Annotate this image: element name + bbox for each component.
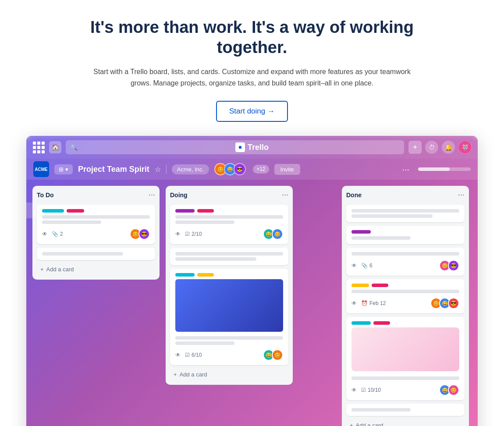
done-card-2[interactable]	[346, 226, 465, 244]
card-footer: 👁 📎 2 😊 😎	[42, 228, 150, 240]
list-doing-header: Doing ···	[170, 190, 288, 199]
add-todo-card[interactable]: + Add a card	[37, 263, 155, 275]
history-icon[interactable]: ⏱	[425, 141, 438, 154]
card-tags	[351, 284, 459, 287]
card-lines	[351, 290, 459, 293]
card-meta: 👁 📎 6	[351, 263, 373, 269]
board-view-button[interactable]: ⊞▾	[54, 164, 73, 174]
card-lines	[175, 336, 283, 345]
done-card-4[interactable]: 👁 ⏰ Feb 12 😊 😄 😎	[346, 279, 465, 313]
card-avatar-2: 😎	[138, 228, 150, 240]
list-todo-header: To Do ···	[37, 190, 155, 199]
card-footer: 👁 ☑ 2/10 😄 😊	[175, 228, 283, 240]
card-lines	[175, 215, 283, 224]
card-avatar-2: 😎	[448, 260, 459, 271]
card-line	[175, 220, 234, 224]
add-done-card[interactable]: + Add a card	[346, 419, 465, 426]
card-tags	[351, 230, 459, 234]
grid-icon[interactable]	[32, 141, 45, 153]
add-doing-card[interactable]: + Add a card	[170, 369, 288, 380]
doing-card-1[interactable]: 👁 ☑ 2/10 😄 😊	[170, 205, 288, 244]
list-todo-more[interactable]: ···	[149, 190, 155, 199]
done-card-6[interactable]	[346, 404, 465, 416]
plus-icon: +	[174, 371, 177, 378]
trello-logo-icon: ■	[235, 142, 245, 152]
card-avatars: 😄 😊	[263, 228, 283, 240]
board-progress-fill	[418, 167, 450, 171]
card-lines	[351, 376, 459, 380]
done-card-5[interactable]: 👁 ☑ 10/10 😄 😊	[346, 317, 465, 400]
plus-icon: +	[350, 422, 353, 426]
card-tags	[42, 209, 150, 213]
cta-button[interactable]: Start doing →	[216, 101, 288, 122]
card-lines	[175, 252, 283, 261]
attachment-icon: 📎 6	[361, 263, 373, 269]
list-doing-more[interactable]: ···	[282, 190, 288, 199]
list-done-more[interactable]: ···	[458, 190, 465, 199]
list-doing-title: Doing	[170, 192, 188, 199]
checklist-icon: ☑ 6/10	[185, 352, 202, 358]
done-card-3[interactable]: 👁 📎 6 😊 😎	[346, 248, 465, 276]
trello-logo: ■ Trello	[235, 142, 269, 152]
card-lines	[351, 236, 459, 240]
card-line	[351, 214, 433, 218]
card-avatars: 😊 😎	[130, 228, 150, 240]
board-progress-bar	[418, 167, 471, 171]
card-footer: 👁 ☑ 6/10 😄 😊	[175, 349, 283, 361]
card-line	[175, 336, 283, 340]
board-title: Project Team Spirit	[78, 165, 149, 174]
list-done: Done ···	[342, 186, 469, 426]
card-avatar-2: 😊	[272, 228, 283, 240]
card-line	[351, 209, 459, 213]
card-lines	[42, 215, 150, 224]
hero-section: It's more than work. It's a way of worki…	[85, 18, 419, 122]
sidebar-toggle[interactable]: »	[26, 202, 42, 218]
card-line	[175, 215, 283, 219]
board-content: To Do ··· 👁 📎 2	[26, 180, 478, 426]
eye-icon: 👁	[351, 263, 357, 269]
list-done-header: Done ···	[346, 190, 465, 199]
card-meta: 👁 ☑ 2/10	[175, 231, 202, 237]
todo-card-1[interactable]: 👁 📎 2 😊 😎	[37, 205, 155, 244]
eye-icon: 👁	[42, 231, 47, 237]
trello-nav: 🏠 🔍 ■ Trello + ⏱ 🔔 🐺	[26, 136, 478, 159]
card-avatar-3: 😎	[448, 298, 459, 309]
home-icon[interactable]: 🏠	[49, 141, 61, 153]
card-cover-gradient	[351, 327, 459, 371]
card-line	[42, 215, 150, 219]
invite-button[interactable]: Invite	[274, 164, 300, 175]
card-line	[175, 341, 234, 345]
star-icon[interactable]: ☆	[155, 165, 161, 174]
list-todo-title: To Do	[37, 192, 54, 199]
doing-card-3[interactable]: 👁 ☑ 6/10 😄 😊	[170, 269, 288, 365]
app-screenshot: 🏠 🔍 ■ Trello + ⏱ 🔔 🐺 ACME ⊞▾ Project Tea…	[26, 136, 478, 426]
card-line	[351, 252, 459, 256]
tag-pink	[373, 321, 390, 325]
card-avatars: 😄 😊	[439, 384, 459, 396]
add-button[interactable]: +	[408, 141, 422, 154]
card-line	[351, 290, 459, 293]
add-card-label: Add a card	[356, 422, 383, 426]
add-card-label: Add a card	[46, 266, 74, 273]
workspace-chip[interactable]: Acme, Inc.	[172, 164, 209, 174]
nav-actions: + ⏱ 🔔 🐺	[408, 141, 472, 154]
done-card-1[interactable]	[346, 205, 465, 222]
workspace-logo: ACME	[33, 161, 49, 177]
eye-icon: 👁	[175, 231, 181, 237]
list-done-title: Done	[346, 192, 362, 199]
more-options-icon[interactable]: ···	[402, 164, 409, 174]
card-line	[42, 252, 123, 256]
member-count[interactable]: +12	[253, 165, 269, 174]
tag-cyan	[175, 273, 195, 277]
card-avatars: 😄 😊	[263, 349, 283, 361]
card-line	[351, 408, 411, 412]
tag-yellow	[197, 273, 214, 277]
todo-card-2[interactable]	[37, 248, 155, 260]
card-footer: 👁 📎 6 😊 😎	[351, 260, 459, 271]
card-meta: 👁 📎 2	[42, 231, 63, 237]
tag-cyan	[42, 209, 64, 213]
doing-card-2[interactable]	[170, 248, 288, 265]
user-avatar[interactable]: 🐺	[458, 141, 472, 154]
notification-icon[interactable]: 🔔	[442, 141, 455, 154]
card-line	[351, 376, 459, 380]
